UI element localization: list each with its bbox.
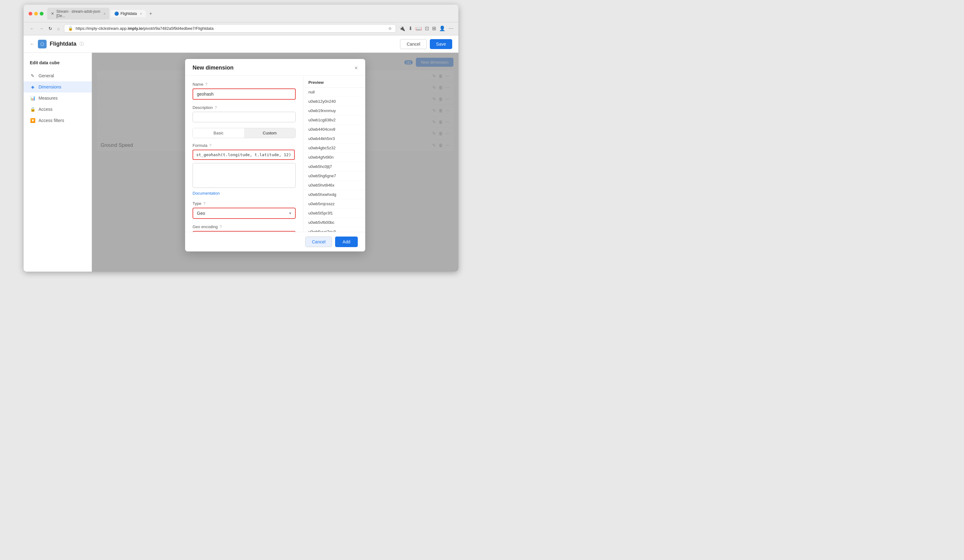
reload-nav-button[interactable]: ↻ — [47, 26, 54, 32]
preview-item: u0wb44kh5nr3 — [303, 134, 365, 143]
app-header-left: ← ⬡ Flightdata ⓘ — [30, 40, 84, 49]
description-label: Description ? — [192, 105, 296, 110]
save-button[interactable]: Save — [430, 39, 452, 49]
tab-close-flightdata[interactable]: × — [140, 12, 142, 16]
type-label: Type ? — [192, 201, 296, 206]
sidebar-item-access-filters[interactable]: 🔽 Access filters — [24, 115, 91, 126]
type-help-icon[interactable]: ? — [203, 201, 205, 206]
reading-mode-icon[interactable]: 📖 — [415, 26, 422, 31]
dimensions-icon: ◈ — [30, 84, 36, 90]
right-content: (1) New dimension ✎ 🗑 ⋯ — [92, 53, 458, 272]
sidebar-title: Edit data cube — [24, 58, 91, 70]
minimize-window-button[interactable] — [34, 12, 38, 16]
modal-add-button[interactable]: Add — [335, 237, 358, 247]
browser-actions: 🔌 ⬇ 📖 ⊡ ⊞ 👤 ⋯ — [399, 26, 453, 31]
description-input[interactable] — [192, 112, 296, 122]
documentation-link[interactable]: Documentation — [192, 191, 296, 196]
home-nav-button[interactable]: ⌂ — [56, 26, 61, 32]
sidebar-item-measures-label: Measures — [39, 96, 57, 101]
settings-icon[interactable]: ⋯ — [448, 26, 453, 31]
preview-item: u0wb5hg6gne7 — [303, 171, 365, 181]
forward-nav-button[interactable]: → — [38, 26, 45, 32]
profile-icon[interactable]: 👤 — [439, 26, 445, 31]
sidebar-item-general-label: General — [39, 73, 54, 78]
sidebar-item-access[interactable]: 🔒 Access — [24, 104, 91, 115]
geo-encoding-select-wrapper: Geohash GeoJSON WKT Longitude/Latitude ▼ — [192, 231, 296, 232]
name-help-icon[interactable]: ? — [205, 82, 207, 87]
preview-item: u0wb5vfb00bc — [303, 218, 365, 227]
new-dimension-modal: New dimension × Name ? — [185, 59, 365, 252]
info-icon[interactable]: ⓘ — [80, 41, 84, 47]
name-input[interactable] — [192, 88, 296, 100]
modal-overlay: New dimension × Name ? — [92, 53, 458, 272]
modal-form: Name ? Description ? — [185, 76, 303, 232]
app-back-button[interactable]: ← — [30, 41, 35, 47]
extensions-icon[interactable]: 🔌 — [399, 26, 405, 31]
general-icon: ✎ — [30, 73, 36, 78]
name-field-group: Name ? — [192, 82, 296, 100]
tab-option-basic[interactable]: Basic — [193, 128, 244, 138]
sidebar-item-access-filters-label: Access filters — [39, 118, 64, 123]
cancel-button[interactable]: Cancel — [400, 39, 427, 49]
preview-item: u0wb4gbc5z32 — [303, 143, 365, 153]
nav-buttons: ← → ↻ ⌂ — [29, 26, 61, 32]
tab-option-custom[interactable]: Custom — [244, 128, 295, 138]
tab-favicon-flightdata: 🔵 — [114, 11, 119, 16]
formula-help-icon[interactable]: ? — [209, 143, 212, 148]
browser-tab-stream[interactable]: ✕ Stream · stream-adsb-json [De... × — [47, 8, 109, 19]
tab-label-stream: Stream · stream-adsb-json [De... — [56, 9, 100, 18]
sidebar-item-dimensions-label: Dimensions — [39, 84, 61, 89]
tab-label-flightdata: Flightdata — [120, 11, 137, 16]
preview-item: u0wb5t5pr3f1 — [303, 209, 365, 218]
cube-icon: ⬡ — [38, 40, 47, 49]
preview-item: u0wb5hxwhxdg — [303, 190, 365, 199]
access-icon: 🔒 — [30, 107, 36, 112]
app-title: Flightdata — [50, 41, 77, 47]
app-header: ← ⬡ Flightdata ⓘ Cancel Save — [24, 36, 458, 53]
preview-item: u0wb4404cxv8 — [303, 125, 365, 134]
split-view-icon[interactable]: ⊡ — [425, 26, 429, 31]
download-icon[interactable]: ⬇ — [409, 26, 412, 31]
preview-item: u0wb5mjcsszz — [303, 199, 365, 209]
app-header-right: Cancel Save — [400, 39, 452, 49]
browser-tabs: ✕ Stream · stream-adsb-json [De... × 🔵 F… — [47, 8, 453, 19]
maximize-window-button[interactable] — [40, 12, 44, 16]
app-content: ← ⬡ Flightdata ⓘ Cancel Save Edit data c… — [24, 36, 458, 272]
close-window-button[interactable] — [29, 12, 32, 16]
browser-tab-flightdata[interactable]: 🔵 Flightdata × — [111, 10, 146, 17]
star-icon[interactable]: ☆ — [388, 26, 392, 31]
traffic-lights — [29, 12, 44, 16]
modal-footer: Cancel Add — [185, 232, 365, 252]
preview-item: u0wb5hc0jtj7 — [303, 162, 365, 171]
formula-field-group: Formula ? st_geohash(t.longitude, t.lati… — [192, 143, 296, 196]
address-bar[interactable]: 🔒 https://imply-clickstream.app.imply.io… — [64, 24, 396, 32]
add-tab-button[interactable]: + — [147, 10, 154, 17]
geo-encoding-select[interactable]: Geohash GeoJSON WKT Longitude/Latitude — [192, 231, 296, 232]
tab-favicon-stream: ✕ — [51, 11, 54, 16]
preview-item: u0wb12y0n240 — [303, 97, 365, 106]
type-select[interactable]: Geo STRING BOOLEAN NUMBER TIME — [192, 208, 296, 219]
description-help-icon[interactable]: ? — [215, 105, 217, 110]
formula-display[interactable]: st_geohash(t.longitude, t.latitude, 12) — [192, 149, 295, 160]
sidebar-item-access-label: Access — [39, 107, 52, 112]
geo-encoding-label: Geo encoding ? — [192, 224, 296, 229]
geo-encoding-help-icon[interactable]: ? — [220, 224, 222, 229]
preview-header: Preview — [303, 76, 365, 88]
type-field-group: Type ? Geo STRING BOOLEAN NUMBER — [192, 201, 296, 219]
preview-panel: Preview null u0wb12y0n240 u0wb19rxnmuy u… — [303, 76, 365, 232]
sidebar-item-measures[interactable]: 📊 Measures — [24, 93, 91, 104]
modal-body: Name ? Description ? — [185, 76, 365, 232]
sidebar-item-general[interactable]: ✎ General — [24, 70, 91, 81]
tab-close-stream[interactable]: × — [104, 12, 106, 16]
formula-textarea[interactable] — [192, 163, 296, 188]
type-select-wrapper: Geo STRING BOOLEAN NUMBER TIME ▼ — [192, 208, 296, 219]
grid-icon[interactable]: ⊞ — [432, 26, 436, 31]
modal-close-button[interactable]: × — [354, 65, 358, 71]
sidebar-item-dimensions[interactable]: ◈ Dimensions — [24, 81, 91, 93]
preview-item: u0wb19rxnmuy — [303, 106, 365, 115]
formula-label: Formula ? — [192, 143, 296, 148]
sidebar: Edit data cube ✎ General ◈ Dimensions 📊 … — [24, 53, 92, 272]
back-nav-button[interactable]: ← — [29, 26, 36, 32]
access-filters-icon: 🔽 — [30, 118, 36, 123]
modal-cancel-button[interactable]: Cancel — [305, 237, 332, 247]
